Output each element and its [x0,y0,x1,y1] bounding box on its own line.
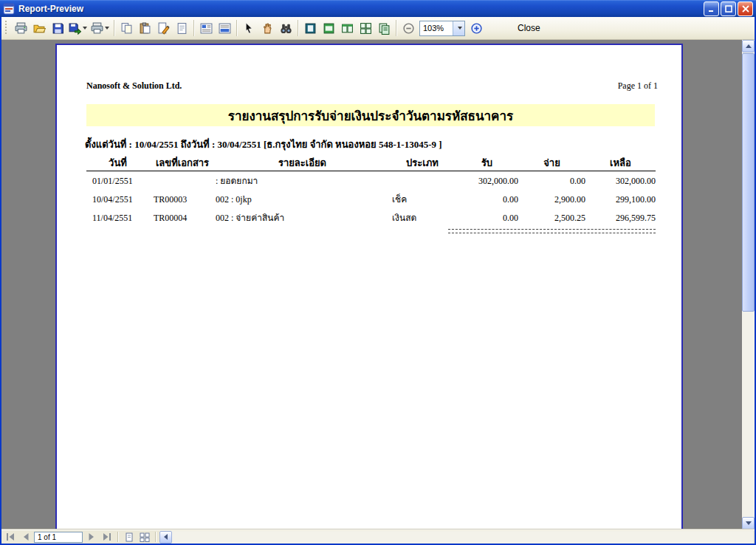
table-cell: : ยอดยกมา [216,171,389,190]
view-normal-button[interactable] [197,19,215,37]
zoom-in-icon [470,22,483,35]
titlebar[interactable]: Report-Preview [0,0,756,17]
report-page: Nanosoft & Solution Ltd. Page 1 of 1 ราย… [55,44,683,529]
print-button[interactable] [12,19,30,37]
page-number-label: Page 1 of 1 [618,80,658,92]
table-body: 01/01/2551: ยอดยกมา302,000.000.00302,000… [86,171,656,227]
view-two-pages-button[interactable] [338,19,356,37]
scroll-up-button[interactable] [742,40,755,52]
table-cell: 299,100.00 [585,190,656,208]
scroll-down-button[interactable] [742,517,755,529]
table-cell: 11/04/2551 [86,208,149,227]
open-icon [33,22,46,35]
zoom-out-button[interactable] [399,19,417,37]
table-cell: เงินสด [389,208,456,227]
page-indicator-input[interactable] [34,532,83,543]
titlebar-buttons [704,1,753,16]
view-multi-pages-button[interactable] [357,19,374,37]
view-layout-button[interactable] [216,19,233,37]
zoom-out-icon [402,22,415,35]
maximize-button[interactable] [721,1,736,16]
column-header: ประเภท [389,156,456,171]
find-button[interactable] [277,19,295,37]
select-icon [243,22,255,35]
open-button[interactable] [30,19,48,37]
nav-first-icon [5,532,16,541]
table-cell: 01/01/2551 [86,171,149,190]
table-cell: 0.00 [518,171,585,190]
report-title-band: รายงานสรุปการรับจ่ายเงินประจำวันตามรหัสธ… [86,104,655,126]
zoom-in-button[interactable] [467,19,485,37]
scroll-left-icon [164,534,168,540]
last-page-button[interactable] [100,531,114,543]
table-row: 11/04/2551TR00004002 : จ่ายค่าสินค้าเงิน… [86,208,656,227]
table-cell: TR00004 [149,208,216,227]
dropdown-icon [458,27,462,30]
close-window-button[interactable] [738,1,753,16]
table-cell: 2,500.25 [518,208,585,227]
table-cell [149,171,216,190]
toolbar-grip[interactable] [4,21,8,35]
document-button[interactable] [173,19,190,37]
view-whole-page-button[interactable] [301,19,319,37]
table-cell: 002 : 0jkp [216,190,389,208]
copy-icon [120,22,133,35]
column-header: เหลือ [585,156,656,171]
nav-next-icon [86,532,97,541]
edit-button[interactable] [154,19,172,37]
single-page-layout-button[interactable] [122,531,136,543]
scroll-left-button[interactable] [159,531,172,544]
close-button[interactable]: Close [508,20,550,36]
report-content: Nanosoft & Solution Ltd. Page 1 of 1 ราย… [57,45,681,529]
zoom-dropdown-button[interactable] [453,21,464,35]
toolbar-separator [396,20,396,36]
copy-button[interactable] [117,19,135,37]
report-title: รายงานสรุปการรับจ่ายเงินประจำวันตามรหัสธ… [228,106,513,126]
paste-button[interactable] [136,19,154,37]
multi-page-layout-button[interactable] [137,531,151,543]
column-header: จ่าย [518,156,585,171]
table-cell: 302,000.00 [585,171,656,190]
view-page-width-icon [323,22,335,35]
single-page-layout-icon [124,532,134,542]
view-page-width-button[interactable] [320,19,337,37]
horizontal-scrollbar[interactable] [159,531,753,544]
preview-area: Nanosoft & Solution Ltd. Page 1 of 1 ราย… [1,40,742,529]
table-cell: 302,000.00 [456,171,518,190]
next-page-button[interactable] [84,531,98,543]
first-page-button[interactable] [3,531,17,543]
report-table: วันที่ เลขที่เอกสาร รายละเอียด ประเภท รั… [86,156,656,233]
previous-page-button[interactable] [18,531,32,543]
zoom-combo[interactable]: 103% [419,21,465,36]
close-icon [742,5,749,13]
multi-page-layout-icon [140,532,150,542]
table-cell: 0.00 [456,190,518,208]
toolbar-separator [236,20,237,36]
table-cell: TR00003 [149,190,216,208]
column-header: เลขที่เอกสาร [149,156,216,171]
pan-button[interactable] [258,19,276,37]
pan-icon [261,22,274,35]
select-button[interactable] [240,19,258,37]
print-setup-icon [91,22,103,35]
column-header: รับ [456,156,518,171]
view-multi-pages-icon [360,22,372,35]
horizontal-scrollbar-track[interactable] [172,531,753,544]
save-button[interactable] [49,19,66,37]
zoom-value: 103% [420,24,453,32]
edit-icon [157,22,170,35]
export-icon [69,22,81,35]
table-row: 01/01/2551: ยอดยกมา302,000.000.00302,000… [86,171,656,190]
print-setup-button[interactable] [89,19,111,37]
find-icon [280,22,292,35]
vertical-scrollbar[interactable] [742,40,755,529]
minimize-button[interactable] [704,1,719,16]
statusbar [1,529,755,544]
vertical-scrollbar-thumb[interactable] [742,53,755,312]
dropdown-icon [83,27,87,30]
nav-prev-icon [21,532,31,541]
maximize-icon [725,5,732,13]
export-button[interactable] [67,19,89,37]
table-cell: 2,900.00 [518,190,585,208]
view-thumbnails-button[interactable] [375,19,393,37]
